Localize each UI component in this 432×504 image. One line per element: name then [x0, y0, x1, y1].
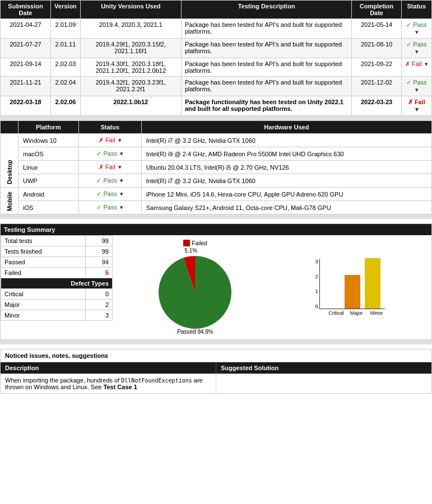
- summary-label-1: Tests finished: [1, 246, 86, 257]
- platform-status-1-0[interactable]: ✓ Pass ▾: [78, 188, 141, 201]
- status-badge-3: ✓ Pass: [406, 79, 427, 86]
- hardware-cell-0-0: Intel(R) i7 @ 3.2 GHz, Nvidia GTX 1060: [141, 134, 431, 147]
- cell-version-4: 2.02.06: [51, 96, 81, 116]
- cell-version-3: 2.02.04: [51, 77, 81, 96]
- platform-table: Platform Status Hardware Used Desktop Wi…: [0, 120, 432, 214]
- cell-status-4[interactable]: ✗ Fail ▾: [401, 96, 431, 116]
- platform-name-0-3: UWP: [18, 174, 79, 188]
- cell-completion-3: 2021-12-02: [352, 77, 401, 96]
- summary-section: Testing Summary Total tests 99 Tests fin…: [0, 223, 432, 340]
- platform-status-0-1[interactable]: ✓ Pass ▾: [78, 147, 141, 161]
- col-platform-status: Status: [78, 121, 141, 134]
- platform-dropdown-0-2[interactable]: ▾: [118, 164, 122, 170]
- cell-desc-2: Package has been tested for API's and bu…: [181, 58, 352, 77]
- cell-submission-date-2: 2021-09-14: [1, 58, 51, 77]
- version-history-table: Submission Date Version Unity Versions U…: [0, 0, 432, 116]
- platform-dropdown-1-1[interactable]: ▾: [120, 204, 123, 211]
- platform-dropdown-0-1[interactable]: ▾: [120, 150, 123, 157]
- platform-status-0-0[interactable]: ✗ Fail ▾: [78, 134, 141, 147]
- cell-unity-0: 2019.4, 2020.3, 2021.1: [80, 19, 181, 39]
- section-divider-3: [0, 340, 432, 344]
- bar-labels: Critical Major Minor: [328, 310, 384, 316]
- cell-unity-2: 2019.4.30f1, 2020.3.18f1, 2021.1.20f1, 2…: [80, 58, 181, 77]
- col-submission-date: Submission Date: [1, 1, 51, 19]
- col-hardware: Hardware Used: [141, 121, 431, 134]
- platform-name-0-1: macOS: [18, 147, 79, 161]
- notes-row-1: When importing the package, hundreds of …: [1, 374, 431, 393]
- cell-desc-4: Package functionality has been tested on…: [181, 96, 352, 116]
- notes-header-solution: Suggested Solution: [216, 362, 431, 374]
- cell-status-1[interactable]: ✓ Pass ▾: [401, 39, 431, 58]
- col-completion-date: Completion Date: [352, 1, 401, 19]
- platform-status-badge-0-3: ✓ Pass: [96, 177, 117, 184]
- notes-desc-1: When importing the package, hundreds of …: [1, 374, 216, 393]
- defect-label-2: Minor: [1, 310, 86, 321]
- platform-dropdown-0-3[interactable]: ▾: [120, 177, 123, 184]
- pie-passed-label: Passed 94.9%: [177, 329, 213, 335]
- defect-value-0: 0: [86, 289, 113, 300]
- hardware-cell-0-1: Intel(R) i9 @ 2.4 GHz, AMD Radeon Pro 55…: [141, 147, 431, 161]
- summary-value-2: 94: [86, 257, 113, 268]
- hardware-cell-0-3: Intel(R) i7 @ 3.2 GHz, Nvidia GTX 1060: [141, 174, 431, 188]
- status-dropdown-4[interactable]: ▾: [415, 106, 419, 113]
- status-badge-2: ✗ Fail: [405, 60, 422, 67]
- status-badge-4: ✗ Fail: [408, 99, 425, 105]
- status-dropdown-1[interactable]: ▾: [415, 48, 419, 55]
- pie-legend-failed: Failed: [183, 240, 207, 246]
- platform-status-badge-1-1: ✓ Pass: [96, 204, 117, 211]
- cell-desc-3: Package has been tested for API's and bu…: [181, 77, 352, 96]
- platform-name-0-2: Linux: [18, 161, 79, 174]
- bar-critical-label: Critical: [328, 310, 344, 316]
- platform-status-badge-0-1: ✓ Pass: [96, 150, 117, 157]
- cell-status-3[interactable]: ✓ Pass ▾: [401, 77, 431, 96]
- col-unity-versions: Unity Versions Used: [80, 1, 181, 19]
- cell-desc-0: Package has been tested for API's and bu…: [181, 19, 352, 39]
- cell-version-0: 2.01.09: [51, 19, 81, 39]
- failed-pct: 5.1%: [184, 248, 207, 254]
- cell-unity-3: 2019.4.32f1, 2020.3.23f1, 2021.2.2f1: [80, 77, 181, 96]
- cell-desc-1: Package has been tested for API's and bu…: [181, 39, 352, 58]
- cell-completion-1: 2021-08-10: [352, 39, 401, 58]
- status-dropdown-0[interactable]: ▾: [415, 29, 419, 35]
- defect-section-header: Defect Types: [1, 278, 113, 289]
- summary-value-0: 99: [86, 236, 113, 246]
- cell-submission-date-3: 2021-11-21: [1, 77, 51, 96]
- cell-status-0[interactable]: ✓ Pass ▾: [401, 19, 431, 39]
- pie-legend: Failed 5.1%: [183, 240, 207, 254]
- hardware-cell-1-1: Samsung Galaxy S21+, Android 11, Octa-co…: [141, 201, 431, 214]
- platform-status-0-2[interactable]: ✗ Fail ▾: [78, 161, 141, 174]
- y-label-3: 3: [315, 259, 318, 264]
- col-group: [1, 121, 18, 134]
- platform-status-1-1[interactable]: ✓ Pass ▾: [78, 201, 141, 214]
- cell-unity-4: 2022.1.0b12: [80, 96, 181, 116]
- platform-status-0-3[interactable]: ✓ Pass ▾: [78, 174, 141, 188]
- status-dropdown-2[interactable]: ▾: [425, 60, 428, 67]
- platform-status-badge-0-2: ✗ Fail: [99, 164, 115, 170]
- notes-title: Noticed issues, notes, suggestions: [1, 349, 431, 362]
- pie-chart: Failed 5.1% Passed 94.9%: [159, 240, 231, 335]
- section-divider-2: [0, 214, 432, 219]
- summary-value-3: 5: [86, 268, 113, 278]
- platform-dropdown-0-0[interactable]: ▾: [118, 137, 122, 143]
- section-divider-1: [0, 116, 432, 120]
- hardware-cell-0-2: Ubuntu 20.04.3 LTS, Intel(R) i5 @ 2.70 G…: [141, 161, 431, 174]
- defect-value-2: 3: [86, 310, 113, 321]
- status-badge-0: ✓ Pass: [406, 21, 427, 28]
- cell-status-2[interactable]: ✗ Fail ▾: [401, 58, 431, 77]
- platform-dropdown-1-0[interactable]: ▾: [120, 190, 123, 197]
- cell-submission-date-1: 2021-07-27: [1, 39, 51, 58]
- summary-label-2: Passed: [1, 257, 86, 268]
- pie-chart-svg: [159, 256, 231, 329]
- y-label-0: 0: [315, 304, 318, 309]
- defect-label-0: Critical: [1, 289, 86, 300]
- status-badge-1: ✓ Pass: [406, 41, 427, 48]
- status-dropdown-3[interactable]: ▾: [415, 86, 419, 93]
- cell-unity-1: 2019.4.29f1, 2020.3.15f2, 2021.1.16f1: [80, 39, 181, 58]
- defect-value-1: 2: [86, 300, 113, 310]
- y-label-2: 2: [315, 274, 318, 279]
- platform-status-badge-0-0: ✗ Fail: [99, 137, 115, 143]
- cell-completion-2: 2021-09-22: [352, 58, 401, 77]
- failed-color-swatch: [183, 240, 190, 246]
- failed-label: Failed: [192, 240, 207, 246]
- bar-minor-label: Minor: [369, 310, 384, 316]
